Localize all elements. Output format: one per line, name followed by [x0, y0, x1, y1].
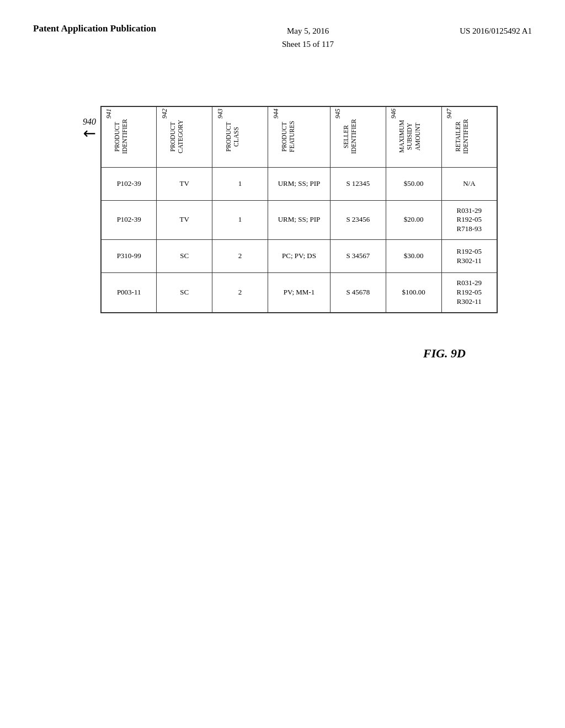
fig-label: FIG. 9D: [423, 346, 466, 361]
col-header-max-subsidy: 946 MAXIMUMSUBSIDYAMOUNT: [386, 106, 441, 167]
cell-retailer-id-1: N/A: [441, 167, 497, 200]
cell-seller-id-4: S 45678: [330, 273, 386, 313]
cell-features-3: PC; PV; DS: [268, 240, 331, 273]
col-num-943: 943: [215, 109, 225, 164]
arrow-label-container: 940 ↙: [83, 117, 96, 141]
publication-title: Patent Application Publication: [33, 22, 156, 35]
table-header-row: 941 PRODUCTIDENTIFIER 942 PRODUCTCATEGOR…: [101, 106, 497, 167]
cell-max-subsidy-4: $100.00: [386, 273, 441, 313]
col-header-category: 942 PRODUCTCATEGORY: [157, 106, 212, 167]
publication-date: May 5, 2016: [287, 26, 329, 35]
cell-class-2: 1: [212, 200, 268, 240]
page-header: Patent Application Publication May 5, 20…: [0, 0, 565, 62]
col-num-944: 944: [270, 109, 280, 164]
cell-category-1: TV: [157, 167, 212, 200]
cell-category-4: SC: [157, 273, 212, 313]
cell-seller-id-2: S 23456: [330, 200, 386, 240]
col-num-945: 945: [333, 109, 343, 164]
table-row: P310-99 SC 2 PC; PV; DS S 34567 $30.00 R…: [101, 240, 497, 273]
cell-class-1: 1: [212, 167, 268, 200]
col-num-941: 941: [104, 109, 114, 164]
cell-retailer-id-4: R031-29 R192-05 R302-11: [441, 273, 497, 313]
table-wrapper: 941 PRODUCTIDENTIFIER 942 PRODUCTCATEGOR…: [100, 106, 498, 313]
col-header-retailer-id: 947 RETAILERIDENTIFIER: [441, 106, 497, 167]
publication-number: US 2016/0125492 A1: [460, 22, 532, 38]
cell-product-id-2: P102-39: [101, 200, 157, 240]
cell-max-subsidy-1: $50.00: [386, 167, 441, 200]
cell-class-4: 2: [212, 273, 268, 313]
col-header-class: 943 PRODUCTCLASS: [212, 106, 268, 167]
col-num-942: 942: [159, 109, 169, 164]
header-date-sheet: May 5, 2016 Sheet 15 of 117: [282, 22, 334, 51]
cell-category-3: SC: [157, 240, 212, 273]
table-body: P102-39 TV 1 URM; SS; PIP S 12345 $50.00…: [101, 167, 497, 313]
table-row: P102-39 TV 1 URM; SS; PIP S 12345 $50.00…: [101, 167, 497, 200]
col-num-947: 947: [444, 109, 454, 164]
cell-product-id-4: P003-11: [101, 273, 157, 313]
col-header-seller-id: 945 SELLERIDENTIFIER: [330, 106, 386, 167]
col-header-product-id: 941 PRODUCTIDENTIFIER: [101, 106, 157, 167]
main-content: 940 ↙ 941 PRODUCTIDENTIFIER 942 PRODUCTC…: [0, 62, 565, 383]
col-num-946: 946: [388, 109, 398, 164]
table-row: P003-11 SC 2 PV; MM-1 S 45678 $100.00 R0…: [101, 273, 497, 313]
cell-product-id-1: P102-39: [101, 167, 157, 200]
cell-seller-id-1: S 12345: [330, 167, 386, 200]
cell-category-2: TV: [157, 200, 212, 240]
cell-seller-id-3: S 34567: [330, 240, 386, 273]
cell-features-1: URM; SS; PIP: [268, 167, 331, 200]
cell-retailer-id-2: R031-29 R192-05 R718-93: [441, 200, 497, 240]
table-row: P102-39 TV 1 URM; SS; PIP S 23456 $20.00…: [101, 200, 497, 240]
data-table: 941 PRODUCTIDENTIFIER 942 PRODUCTCATEGOR…: [100, 106, 498, 313]
cell-product-id-3: P310-99: [101, 240, 157, 273]
cell-retailer-id-3: R192-05 R302-11: [441, 240, 497, 273]
col-header-features: 944 PRODUCTFEATURES: [268, 106, 331, 167]
cell-features-4: PV; MM-1: [268, 273, 331, 313]
cell-max-subsidy-2: $20.00: [386, 200, 441, 240]
cell-class-3: 2: [212, 240, 268, 273]
cell-features-2: URM; SS; PIP: [268, 200, 331, 240]
sheet-info: Sheet 15 of 117: [282, 40, 334, 49]
cell-max-subsidy-3: $30.00: [386, 240, 441, 273]
